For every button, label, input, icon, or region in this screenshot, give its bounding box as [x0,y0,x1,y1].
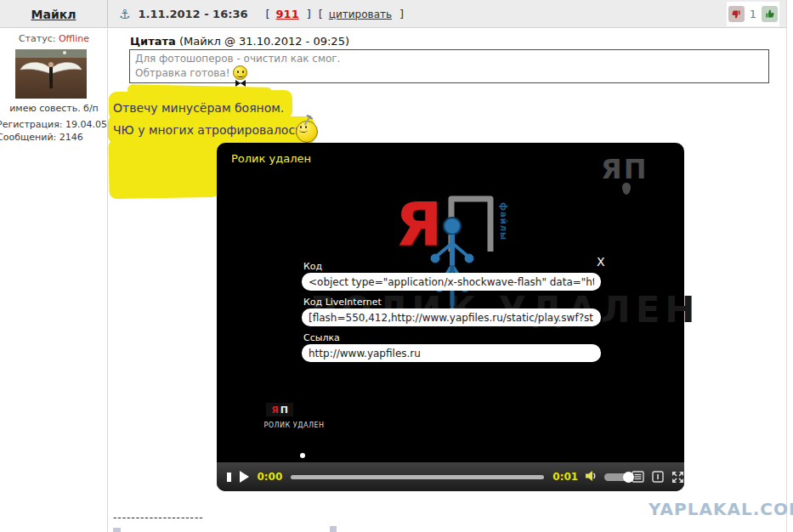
quote-meta: (Майкл @ 31.10.2012 - 09:25) [176,35,349,48]
stick-figure-icon [422,214,482,321]
page-right-border [786,0,787,532]
thumbs-down-icon[interactable] [728,6,745,22]
thumbs-up-icon[interactable] [762,6,778,22]
yap-drop-icon [622,183,631,195]
quote-box: Для фотошоперов - очистил как смог. Обтр… [129,49,769,83]
video-thumbnail[interactable]: ЯП РОЛИК УДАЛЕН [256,403,332,433]
liveinternet-code-input[interactable] [302,308,601,326]
info-icon[interactable] [652,471,664,483]
quote-header: Цитата (Майкл @ 31.10.2012 - 09:25) [130,35,349,48]
bracket: [ [265,8,269,20]
logo-files-text: файлы [499,202,508,241]
volume-knob[interactable] [623,472,634,483]
bracket: ] [307,8,311,20]
clipped-text-fragment [113,528,121,532]
seek-bar[interactable] [291,475,544,479]
anchor-permalink-icon[interactable]: ⚓ [119,7,130,22]
quote-title: Цитата [130,35,176,48]
message-line: Отвечу минусёрам бояном. [113,101,284,115]
duration: 0:01 [552,471,578,483]
thumb-yap-logo: ЯП [266,403,293,416]
player-control-bar: 0:00 0:01 [217,462,684,491]
play-button[interactable] [240,471,249,483]
avatar [15,49,87,99]
stop-button[interactable] [227,473,231,482]
post-header-bar: Майкл ⚓ 1.11.2012 - 16:36 [ 911 ] [ цити… [0,0,786,28]
status-line: Статус: Offline [0,33,108,44]
post-number-link[interactable]: 911 [276,8,299,20]
vote-count: 1 [750,8,756,20]
yap-corner-logo: ЯП [601,153,648,185]
field-label-link: Ссылка [303,332,340,343]
site-watermark: YAPLAKAL.COM [649,499,793,519]
fullscreen-icon[interactable] [671,471,684,484]
bracket: [ [319,8,323,20]
status-label: Статус: [19,33,56,44]
volume-icon[interactable] [585,469,598,485]
registration-info: Регистрация: 19.04.05 [0,119,108,130]
embed-code-input[interactable] [302,273,601,291]
clipped-text-fragment [330,526,337,532]
post-meta: ⚓ 1.11.2012 - 16:36 [ 911 ] [ цитировать… [119,0,404,28]
bracket: ] [399,8,404,20]
signature-divider: -------------------- [113,512,204,524]
author-link[interactable]: Майкл [31,8,76,21]
pagination-dot[interactable] [300,453,305,458]
link-input[interactable] [302,344,601,362]
gentleman-smiley-icon [233,65,247,80]
quote-action-link[interactable]: цитировать [329,8,392,20]
video-removed-text: Ролик удален [231,152,311,165]
video-player[interactable]: Ролик удален ЯП РОЛИК УДАЛЕН Я файлы [217,143,684,491]
quote-text-line: Для фотошоперов - очистил как смог. [135,52,763,65]
vote-box: 1 [727,2,779,26]
forum-post-page: Майкл ⚓ 1.11.2012 - 16:36 [ 911 ] [ цити… [0,0,793,532]
messages-count: Сообщений: 2146 [0,132,108,143]
thumb-caption: РОЛИК УДАЛЕН [242,422,346,429]
avatar-caption: имею совесть. б/п [0,103,108,114]
quote-text-line: Обтравка готова! [135,65,763,80]
field-label-liveinternet: Код LiveInternet [303,297,382,308]
post-date: 1.11.2012 - 16:36 [138,8,247,20]
message-line: ЧЮ у многих атрофировалось. [113,123,306,137]
highlight-stroke [108,138,219,199]
stabbed-smiley-icon [296,121,318,143]
field-label-code: Код [303,261,322,272]
volume-slider[interactable] [604,473,624,481]
user-sidebar: Статус: Offline имею совест [0,29,108,532]
current-time: 0:00 [257,471,282,483]
status-value: Offline [59,33,89,44]
close-icon[interactable]: X [597,255,605,269]
author-cell: Майкл [0,0,108,28]
